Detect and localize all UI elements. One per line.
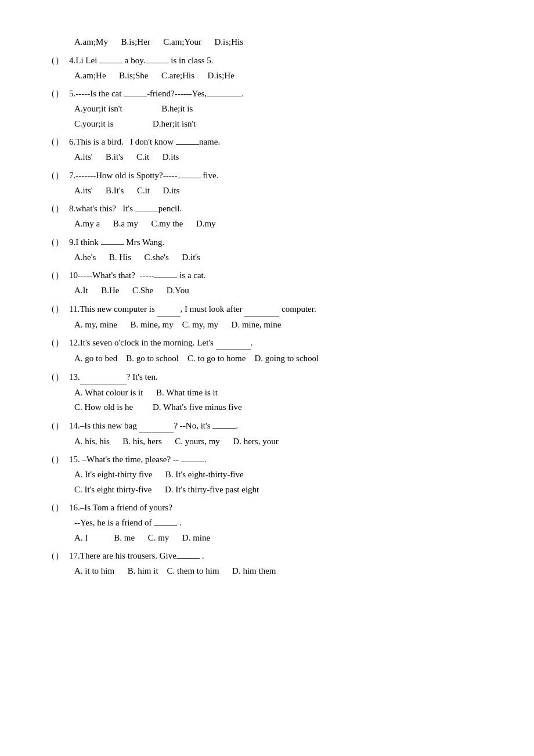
question-9-text: 9.I think Mrs Wang. [69,235,499,249]
question-9: （ ） 9.I think Mrs Wang. A.he's B. His C.… [46,235,499,265]
question-10: （ ） 10-----What's that? ----- is a cat. … [46,268,499,298]
question-11-options: A. my, mine B. mine, my C. my, my D. min… [74,318,499,333]
question-9-options: A.he's B. His C.she's D.it's [74,250,499,265]
question-12-text: 12.It's seven o'clock in the morning. Le… [69,336,499,350]
bracket-left-13: （ [46,372,55,383]
bracket-right-6: ） [55,136,67,147]
blank-14a [139,419,174,433]
question-10-options: A.It B.He C.She D.You [74,283,499,298]
question-11-text: 11.This new computer is , I must look af… [69,302,499,316]
bracket-right-13: ） [55,372,67,383]
blank-5b [207,96,241,96]
bracket-right-15: ） [55,454,67,465]
question-7: （ ） 7.-------How old is Spotty?----- fiv… [46,168,499,199]
bracket-right-17: ） [55,550,67,561]
question-17-options: A. it to him B. him it C. them to him D.… [74,564,499,579]
blank-11a [157,302,181,316]
question-14: （ ） 14.–Is this new bag ? --No, it's . A… [46,419,499,449]
bracket-right-5: ） [55,88,67,99]
blank-4b [146,63,169,63]
bracket-right-7: ） [55,170,67,181]
blank-14b [212,428,236,429]
blank-9 [101,244,124,245]
blank-16 [154,525,177,525]
bracket-right-14: ） [55,420,67,431]
question-14-options: A. his, his B. his, hers C. yours, my D.… [74,434,499,449]
bracket-right-10: ） [55,270,67,281]
question-5-text: 5.-----Is the cat -friend?------Yes,. [69,87,499,100]
question-5-options-1: A.your;it isn't B.he;it is [74,102,499,117]
bracket-left-9: （ [46,237,55,248]
question-15-text: 15. –What's the time, please? -- . [69,452,499,466]
bracket-left-5: （ [46,88,55,99]
question-14-text: 14.–Is this new bag ? --No, it's . [69,419,499,433]
question-4-text: 4.Li Lei a boy. is in class 5. [69,53,499,67]
bracket-right-4: ） [55,55,67,66]
question-4-options: A.am;He B.is;She C.are;His D.is;He [74,69,499,84]
bracket-right-8: ） [55,203,67,214]
blank-4a [99,63,122,63]
question-8: （ ） 8.what's this? It's pencil. A.my a B… [46,201,499,232]
header-options: A.am;My B.is;Her C.am;Your D.is;His [46,35,499,50]
exam-content: A.am;My B.is;Her C.am;Your D.is;His （ ） … [46,35,499,579]
bracket-left-14: （ [46,420,55,431]
question-4: （ ） 4.Li Lei a boy. is in class 5. A.am;… [46,53,499,84]
bracket-left-6: （ [46,136,55,147]
question-16-options: A. I B. me C. my D. mine [74,531,499,546]
question-8-text: 8.what's this? It's pencil. [69,201,499,215]
question-6: （ ） 6.This is a bird. I don't know name.… [46,135,499,165]
blank-11b [244,302,279,316]
bracket-left-11: （ [46,304,55,315]
bracket-right-12: ） [55,337,67,348]
question-13-options-1: A. What colour is it B. What time is it [74,386,499,401]
blank-12 [216,336,251,350]
question-13-options-2: C. How old is he D. What's five minus fi… [74,400,499,415]
bracket-left-15: （ [46,454,55,465]
question-5-options-2: C.your;it is D.her;it isn't [74,117,499,132]
question-13: （ ） 13. ? It's ten. A. What colour is it… [46,370,499,415]
bracket-left-17: （ [46,550,55,561]
bracket-left-4: （ [46,55,55,66]
bracket-left-16: （ [46,502,55,513]
bracket-left-12: （ [46,337,55,348]
question-12: （ ） 12.It's seven o'clock in the morning… [46,336,499,366]
question-11: （ ） 11.This new computer is , I must loo… [46,302,499,333]
blank-17 [176,558,200,559]
blank-13 [80,370,127,384]
blank-6 [176,144,199,145]
bracket-left-8: （ [46,203,55,214]
question-7-text: 7.-------How old is Spotty?----- five. [69,168,499,182]
question-6-text: 6.This is a bird. I don't know name. [69,135,499,149]
question-15: （ ） 15. –What's the time, please? -- . A… [46,452,499,497]
blank-15 [181,462,204,462]
bracket-right-16: ） [55,502,67,513]
bracket-right-9: ） [55,237,67,248]
bracket-left-10: （ [46,270,55,281]
blank-8 [135,211,158,211]
question-16: （ ） 16.–Is Tom a friend of yours? --Yes,… [46,501,499,545]
header-options-line1: A.am;My B.is;Her C.am;Your D.is;His [74,35,499,50]
question-17: （ ） 17.There are his trousers. Give . A.… [46,549,499,579]
blank-10 [154,278,177,278]
bracket-right-11: ） [55,304,67,315]
question-7-options: A.its' B.It's C.it D.its [74,183,499,199]
question-17-text: 17.There are his trousers. Give . [69,549,499,563]
question-16-text2: --Yes, he is a friend of . [74,516,499,531]
bracket-left-7: （ [46,170,55,181]
question-6-options: A.its' B.it's C.it D.its [74,150,499,165]
question-10-text: 10-----What's that? ----- is a cat. [69,268,499,282]
blank-5a [124,96,147,96]
blank-7 [178,178,201,178]
question-15-options-2: C. It's eight thirty-five D. It's thirty… [74,483,499,498]
question-5: （ ） 5.-----Is the cat -friend?------Yes,… [46,87,499,131]
question-13-text: 13. ? It's ten. [69,370,499,384]
question-16-text: 16.–Is Tom a friend of yours? [69,501,499,514]
question-15-options-1: A. It's eight-thirty five B. It's eight-… [74,467,499,483]
question-8-options: A.my a B.a my C.my the D.my [74,217,499,232]
question-12-options: A. go to bed B. go to school C. to go to… [74,351,499,366]
